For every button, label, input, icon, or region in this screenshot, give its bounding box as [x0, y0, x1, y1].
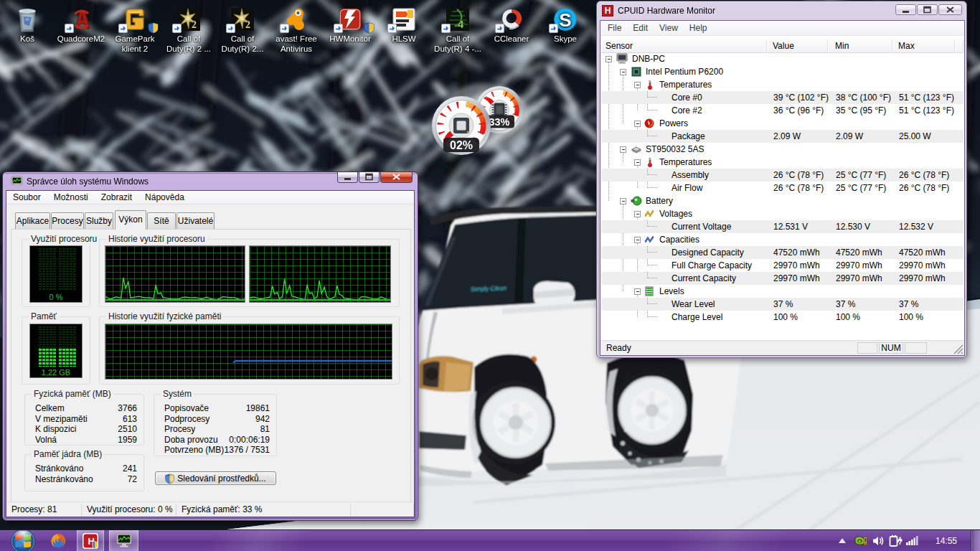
- svg-text:33%: 33%: [489, 116, 509, 128]
- svg-text:S: S: [559, 9, 571, 31]
- svg-text:02%: 02%: [450, 139, 473, 151]
- svg-text:2: 2: [192, 19, 197, 30]
- svg-text:2: 2: [245, 19, 250, 30]
- svg-text:Simply Clean: Simply Clean: [471, 284, 507, 293]
- svg-text:4: 4: [458, 18, 464, 30]
